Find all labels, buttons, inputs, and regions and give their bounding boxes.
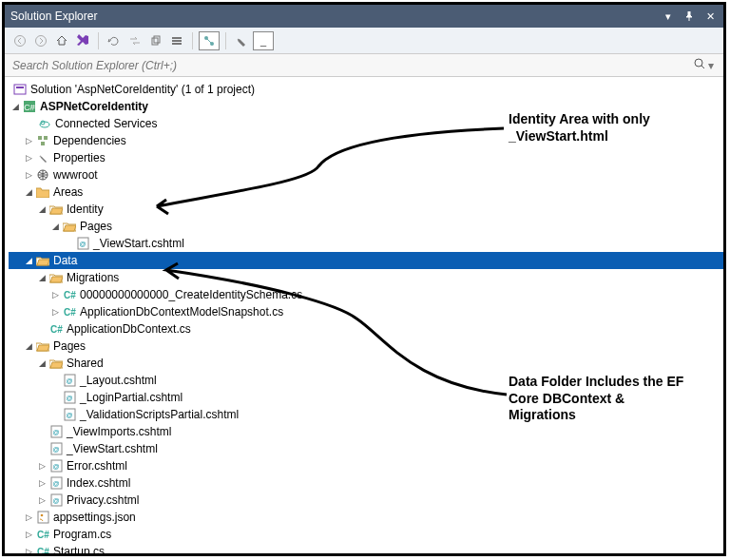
folder-open-icon bbox=[35, 253, 50, 268]
cshtml-icon: @ bbox=[48, 475, 64, 491]
close-button[interactable]: ✕ bbox=[702, 9, 718, 24]
expand-icon[interactable]: ▷ bbox=[35, 461, 48, 471]
properties-button[interactable] bbox=[232, 31, 251, 50]
svg-text:@: @ bbox=[52, 480, 59, 487]
expand-icon[interactable]: ◢ bbox=[35, 358, 48, 368]
globe-icon bbox=[35, 167, 50, 183]
svg-text:C#: C# bbox=[50, 324, 63, 335]
csproj-icon: C# bbox=[22, 99, 37, 114]
solution-tree[interactable]: Solution 'AspNetCoreIdentity' (1 of 1 pr… bbox=[5, 77, 723, 553]
tree-item-create-schema[interactable]: ▷ C# 00000000000000_CreateIdentitySchema… bbox=[9, 286, 723, 303]
tree-item-identity[interactable]: ◢ Identity bbox=[9, 201, 723, 218]
expand-icon[interactable]: ◢ bbox=[35, 273, 48, 282]
svg-text:@: @ bbox=[52, 463, 59, 470]
folder-open-icon bbox=[62, 219, 77, 234]
tree-item-areas[interactable]: ◢ Areas bbox=[9, 183, 723, 201]
tree-item-validation[interactable]: @_ValidationScriptsPartial.cshtml bbox=[9, 406, 723, 423]
node-label: Privacy.cshtml bbox=[67, 493, 139, 507]
folder-open-icon bbox=[48, 202, 64, 217]
tree-item-startup[interactable]: ▷C#Startup.cs bbox=[9, 543, 723, 553]
pin-button[interactable] bbox=[682, 9, 697, 24]
expand-icon[interactable]: ▷ bbox=[22, 547, 35, 553]
expand-icon[interactable]: ▷ bbox=[22, 530, 35, 539]
folder-open-icon bbox=[35, 338, 50, 354]
preview-toggle[interactable]: _ bbox=[253, 31, 274, 50]
tree-item-appdbcontext[interactable]: C# ApplicationDbContext.cs bbox=[9, 320, 723, 338]
tree-item-properties[interactable]: ▷ Properties bbox=[9, 149, 723, 166]
node-label: Pages bbox=[53, 339, 86, 353]
svg-text:@: @ bbox=[66, 395, 72, 401]
svg-rect-41 bbox=[38, 512, 48, 523]
cloud-icon bbox=[37, 116, 52, 131]
nav-back-button[interactable] bbox=[10, 31, 29, 50]
node-label: wwwroot bbox=[53, 168, 98, 182]
search-dropdown-icon[interactable]: ▾ bbox=[708, 59, 718, 72]
tree-item-migrations[interactable]: ◢ Migrations bbox=[9, 269, 723, 286]
node-label: Error.cshtml bbox=[67, 459, 127, 473]
expand-icon[interactable]: ▷ bbox=[35, 495, 48, 505]
expand-icon[interactable]: ◢ bbox=[22, 187, 35, 197]
tree-item-appsettings[interactable]: ▷appsettings.json bbox=[9, 509, 723, 526]
cshtml-icon: @ bbox=[48, 424, 64, 439]
expand-icon[interactable]: ▷ bbox=[22, 170, 35, 180]
tree-item-pages[interactable]: ◢ Pages bbox=[9, 338, 723, 355]
tree-item-connected-services[interactable]: Connected Services bbox=[9, 115, 723, 132]
solution-icon bbox=[12, 82, 28, 97]
expand-icon[interactable]: ▷ bbox=[35, 478, 48, 488]
expand-icon[interactable]: ◢ bbox=[9, 102, 22, 111]
nav-forward-button[interactable] bbox=[31, 31, 50, 50]
tree-item-loginpartial[interactable]: @_LoginPartial.cshtml bbox=[9, 389, 723, 406]
svg-text:C#: C# bbox=[24, 103, 35, 112]
expand-icon[interactable]: ▷ bbox=[22, 153, 35, 163]
tree-item-index[interactable]: ▷@Index.cshtml bbox=[9, 474, 723, 492]
cshtml-icon: @ bbox=[62, 407, 77, 422]
svg-point-1 bbox=[36, 35, 47, 46]
expand-icon[interactable]: ▷ bbox=[48, 307, 62, 317]
class-view-toggle[interactable] bbox=[199, 31, 220, 50]
tree-item-error[interactable]: ▷@Error.cshtml bbox=[9, 457, 723, 474]
svg-text:C#: C# bbox=[64, 307, 76, 318]
cshtml-icon: @ bbox=[62, 373, 77, 388]
tree-item-data[interactable]: ◢ Data bbox=[9, 252, 723, 269]
expand-icon[interactable]: ◢ bbox=[22, 341, 35, 351]
tree-item-viewstart-pages[interactable]: @_ViewStart.cshtml bbox=[9, 440, 723, 457]
home-button[interactable] bbox=[52, 31, 71, 50]
project-label: ASPNetCoreIdentity bbox=[40, 100, 148, 113]
refresh-button[interactable] bbox=[105, 31, 124, 50]
search-input[interactable] bbox=[10, 58, 693, 73]
tree-item-layout[interactable]: @_Layout.cshtml bbox=[9, 372, 723, 389]
expand-icon[interactable]: ◢ bbox=[35, 204, 48, 214]
expand-icon[interactable]: ▷ bbox=[22, 512, 35, 522]
folder-open-icon bbox=[48, 356, 64, 371]
tree-item-snapshot[interactable]: ▷ C# ApplicationDbContextModelSnapshot.c… bbox=[9, 303, 723, 320]
collapse-button[interactable] bbox=[167, 31, 186, 50]
node-label: Areas bbox=[53, 185, 83, 199]
expand-icon[interactable]: ▷ bbox=[48, 290, 62, 299]
expand-icon[interactable]: ▷ bbox=[22, 136, 35, 145]
svg-point-9 bbox=[695, 59, 702, 67]
dropdown-button[interactable]: ▾ bbox=[661, 9, 676, 24]
svg-text:@: @ bbox=[52, 497, 59, 504]
tree-item-viewstart-identity[interactable]: @ _ViewStart.cshtml bbox=[9, 235, 723, 252]
expand-icon[interactable]: ◢ bbox=[22, 256, 35, 265]
solution-node[interactable]: Solution 'AspNetCoreIdentity' (1 of 1 pr… bbox=[9, 81, 723, 98]
copy-button[interactable] bbox=[146, 31, 165, 50]
svg-point-42 bbox=[40, 514, 43, 517]
node-label: _ViewImports.cshtml bbox=[67, 425, 171, 438]
project-node[interactable]: ◢ C# ASPNetCoreIdentity bbox=[9, 98, 723, 115]
dependencies-icon bbox=[35, 133, 50, 148]
node-label: appsettings.json bbox=[53, 511, 136, 524]
tree-item-program[interactable]: ▷C#Program.cs bbox=[9, 526, 723, 543]
expand-icon[interactable]: ◢ bbox=[48, 222, 62, 231]
svg-text:C#: C# bbox=[64, 290, 76, 300]
tree-item-shared[interactable]: ◢ Shared bbox=[9, 355, 723, 372]
tree-item-identity-pages[interactable]: ◢ Pages bbox=[9, 218, 723, 235]
svg-text:@: @ bbox=[52, 446, 59, 453]
vs-icon[interactable] bbox=[73, 31, 92, 50]
tree-item-privacy[interactable]: ▷@Privacy.cshtml bbox=[9, 492, 723, 509]
tree-item-dependencies[interactable]: ▷ Dependencies bbox=[9, 132, 723, 149]
node-label: Pages bbox=[80, 220, 112, 233]
tree-item-wwwroot[interactable]: ▷ wwwroot bbox=[9, 166, 723, 183]
tree-item-viewimports[interactable]: @_ViewImports.cshtml bbox=[9, 423, 723, 440]
sync-button[interactable] bbox=[125, 31, 144, 50]
